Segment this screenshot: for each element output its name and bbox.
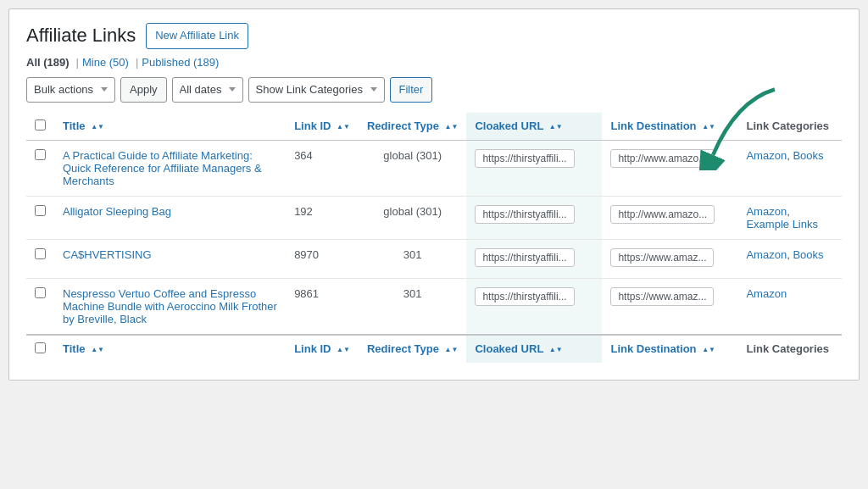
link-id-header[interactable]: Link ID ▲▼	[286, 113, 359, 141]
link-dest-box-0: http://www.amazo...	[610, 149, 715, 168]
title-header[interactable]: Title ▲▼	[54, 113, 286, 141]
filter-button[interactable]: Filter	[390, 77, 433, 103]
row-title-cell: CA$HVERTISING	[54, 239, 286, 278]
category-link[interactable]: Example Links	[746, 218, 818, 231]
row-title-link-0[interactable]: A Practical Guide to Affiliate Marketing…	[63, 149, 262, 187]
redirect-sort-arrows: ▲▼	[445, 124, 459, 131]
row-checkbox-cell	[26, 140, 54, 196]
cloaked-url-box-0: https://thirstyaffili...	[475, 149, 574, 168]
redirect-type-header[interactable]: Redirect Type ▲▼	[359, 113, 466, 141]
row-title-link-1[interactable]: Alligator Sleeping Bag	[63, 205, 171, 218]
link-dest-box-1: http://www.amazo...	[610, 205, 715, 224]
table-row: A Practical Guide to Affiliate Marketing…	[26, 140, 842, 196]
affiliate-links-table: Title ▲▼ Link ID ▲▼ Redirect Type ▲▼ Clo…	[26, 113, 842, 363]
select-all-header	[26, 113, 54, 141]
link-categories-footer: Link Categories	[737, 335, 842, 363]
bulk-actions-select[interactable]: Bulk actions	[26, 77, 115, 103]
row-checkbox-0[interactable]	[35, 149, 46, 160]
category-link[interactable]: Amazon	[746, 248, 787, 261]
row-cloaked-url-cell: https://thirstyaffili...	[466, 140, 602, 196]
table-row: CA$HVERTISING 8970 301 https://thirstyaf…	[26, 239, 842, 278]
row-title-link-3[interactable]: Nespresso Vertuo Coffee and Espresso Mac…	[63, 287, 277, 325]
published-filter-link[interactable]: Published (189)	[142, 56, 219, 69]
row-link-dest-cell: http://www.amazo...	[602, 196, 737, 239]
all-dates-select[interactable]: All dates	[172, 77, 243, 103]
category-link[interactable]: Books	[793, 248, 823, 261]
table-row: Nespresso Vertuo Coffee and Espresso Mac…	[26, 278, 842, 335]
row-cloaked-url-cell: https://thirstyaffili...	[466, 196, 602, 239]
row-redirect-type-cell: 301	[359, 239, 466, 278]
table-row: Alligator Sleeping Bag 192 global (301) …	[26, 196, 842, 239]
row-link-id-cell: 8970	[286, 239, 359, 278]
category-link[interactable]: Amazon	[746, 205, 787, 218]
page-title-area: Affiliate Links New Affiliate Link	[26, 23, 842, 49]
row-checkbox-cell	[26, 196, 54, 239]
link-dest-box-3: https://www.amaz...	[610, 287, 714, 306]
filter-links: All (189) | Mine (50) | Published (189)	[26, 56, 842, 69]
row-title-cell: Nespresso Vertuo Coffee and Espresso Mac…	[54, 278, 286, 335]
title-footer[interactable]: Title ▲▼	[54, 335, 286, 363]
row-title-link-2[interactable]: CA$HVERTISING	[63, 248, 152, 261]
row-link-dest-cell: http://www.amazo...	[602, 140, 737, 196]
select-all-checkbox[interactable]	[35, 119, 46, 131]
category-link[interactable]: Books	[793, 149, 823, 162]
cloaked-url-header[interactable]: Cloaked URL ▲▼	[466, 113, 602, 141]
row-categories-cell: Amazon, Books	[737, 239, 842, 278]
row-checkbox-1[interactable]	[35, 205, 46, 216]
cloaked-url-box-1: https://thirstyaffili...	[475, 205, 574, 224]
page-title: Affiliate Links	[26, 25, 136, 47]
show-categories-select[interactable]: Show Link Categories	[248, 77, 385, 103]
redirect-type-footer[interactable]: Redirect Type ▲▼	[359, 335, 466, 363]
row-title-cell: Alligator Sleeping Bag	[54, 196, 286, 239]
cloaked-url-box-3: https://thirstyaffili...	[475, 287, 574, 306]
row-link-id-cell: 364	[286, 140, 359, 196]
row-categories-cell: Amazon, Books	[737, 140, 842, 196]
row-categories-cell: Amazon, Example Links	[737, 196, 842, 239]
cloaked-sort-arrows: ▲▼	[549, 124, 563, 131]
link-id-footer[interactable]: Link ID ▲▼	[286, 335, 359, 363]
row-redirect-type-cell: 301	[359, 278, 466, 335]
row-checkbox-cell	[26, 278, 54, 335]
row-link-dest-cell: https://www.amaz...	[602, 278, 737, 335]
apply-button[interactable]: Apply	[120, 77, 167, 103]
row-redirect-type-cell: global (301)	[359, 140, 466, 196]
row-link-id-cell: 192	[286, 196, 359, 239]
linkdest-sort-arrows: ▲▼	[702, 124, 715, 131]
link-destination-header[interactable]: Link Destination ▲▼	[602, 113, 737, 141]
cloaked-url-box-2: https://thirstyaffili...	[475, 248, 574, 267]
link-dest-box-2: https://www.amaz...	[610, 248, 714, 267]
title-sort-arrows: ▲▼	[91, 124, 104, 131]
all-filter-link[interactable]: All (189)	[26, 56, 70, 69]
row-cloaked-url-cell: https://thirstyaffili...	[466, 239, 602, 278]
row-categories-cell: Amazon	[737, 278, 842, 335]
link-destination-footer[interactable]: Link Destination ▲▼	[602, 335, 737, 363]
select-all-footer-checkbox[interactable]	[35, 342, 46, 353]
category-link[interactable]: Amazon	[746, 287, 787, 300]
new-affiliate-link-button[interactable]: New Affiliate Link	[146, 23, 248, 49]
mine-filter-link[interactable]: Mine (50)	[82, 56, 129, 69]
row-checkbox-3[interactable]	[35, 287, 46, 298]
category-link[interactable]: Amazon	[746, 149, 787, 162]
row-checkbox-2[interactable]	[35, 248, 46, 259]
link-categories-header: Link Categories	[737, 113, 842, 141]
row-title-cell: A Practical Guide to Affiliate Marketing…	[54, 140, 286, 196]
select-all-footer	[26, 335, 54, 363]
row-cloaked-url-cell: https://thirstyaffili...	[466, 278, 602, 335]
linkid-sort-arrows: ▲▼	[337, 124, 350, 131]
row-checkbox-cell	[26, 239, 54, 278]
row-link-id-cell: 9861	[286, 278, 359, 335]
row-link-dest-cell: https://www.amaz...	[602, 239, 737, 278]
table-nav: Bulk actions Apply All dates Show Link C…	[26, 77, 842, 103]
cloaked-url-footer[interactable]: Cloaked URL ▲▼	[466, 335, 602, 363]
row-redirect-type-cell: global (301)	[359, 196, 466, 239]
